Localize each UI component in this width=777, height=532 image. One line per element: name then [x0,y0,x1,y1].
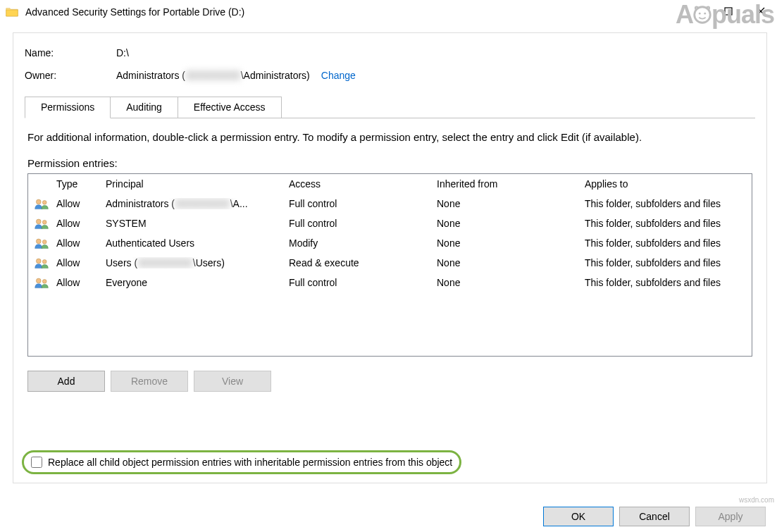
owner-row: Owner: Administrators (XXXXXXXX\Administ… [25,70,755,81]
replace-child-label: Replace all child object permission entr… [48,457,452,468]
svg-point-14 [36,278,41,283]
row-inherited: None [431,237,579,249]
change-owner-link[interactable]: Change [321,70,356,81]
owner-redacted: XXXXXXXX [185,70,241,81]
row-access: Modify [283,237,431,249]
svg-point-8 [36,219,41,224]
svg-rect-0 [725,8,732,15]
tab-effective-access[interactable]: Effective Access [178,97,282,118]
svg-point-11 [42,240,46,244]
svg-point-13 [42,259,46,264]
row-principal: Everyone [100,277,283,288]
add-button[interactable]: Add [27,371,105,392]
row-principal: Authenticated Users [100,237,283,249]
tab-strip: Permissions Auditing Effective Access [25,97,755,118]
dialog-content: Name: D:\ Owner: Administrators (XXXXXXX… [13,32,767,483]
row-icon-cell [28,217,51,230]
row-icon-cell [28,197,51,210]
svg-point-9 [42,220,46,224]
row-type: Allow [51,257,100,268]
remove-button[interactable]: Remove [111,371,188,392]
svg-point-7 [42,200,46,204]
column-inherited[interactable]: Inherited from [431,178,579,190]
svg-point-12 [36,259,41,264]
row-type: Allow [51,218,100,229]
name-row: Name: D:\ [25,47,755,58]
owner-label: Owner: [25,70,116,81]
table-row[interactable]: Allow Everyone Full control None This fo… [28,273,752,292]
users-icon [34,256,49,269]
row-access: Read & execute [283,257,431,268]
svg-point-6 [36,199,41,204]
maximize-icon [724,7,733,16]
table-row[interactable]: Allow Administrators (XXXXXXXX\A... Full… [28,194,752,214]
apply-button[interactable]: Apply [695,507,766,526]
row-icon-cell [28,237,51,249]
close-button[interactable] [745,0,777,23]
row-principal: Administrators (XXXXXXXX\A... [100,198,283,209]
view-button[interactable]: View [194,371,271,392]
info-text: For additional information, double-click… [27,131,752,143]
row-inherited: None [431,277,579,288]
row-type: Allow [51,198,100,209]
ok-button[interactable]: OK [543,507,614,526]
row-applies: This folder, subfolders and files [579,198,752,209]
replace-child-checkbox[interactable] [31,457,42,468]
users-icon [34,276,49,289]
cancel-button[interactable]: Cancel [619,507,690,526]
table-row[interactable]: Allow Users (XXXXXXXX\Users) Read & exec… [28,253,752,273]
dialog-footer: OK Cancel Apply [543,507,766,526]
window-title: Advanced Security Settings for Portable … [25,6,712,18]
maximize-button[interactable] [712,0,745,23]
titlebar: Advanced Security Settings for Portable … [0,0,777,24]
folder-icon [6,6,18,18]
action-row: Add Remove View [27,371,752,392]
close-icon [757,7,765,16]
row-type: Allow [51,277,100,288]
row-inherited: None [431,257,579,268]
users-icon [34,237,49,249]
row-inherited: None [431,198,579,209]
column-applies[interactable]: Applies to [579,178,752,190]
row-principal: SYSTEM [100,218,283,229]
users-icon [34,217,49,230]
row-principal: Users (XXXXXXXX\Users) [100,257,283,268]
attribution-text: wsxdn.com [739,496,774,504]
table-header: Type Principal Access Inherited from App… [28,174,752,194]
column-access[interactable]: Access [283,178,431,190]
svg-point-15 [42,279,46,283]
column-principal[interactable]: Principal [100,178,283,190]
tab-permissions[interactable]: Permissions [25,97,111,118]
row-access: Full control [283,198,431,209]
owner-value: Administrators (XXXXXXXX\Administrators)… [116,70,356,81]
name-label: Name: [25,47,116,58]
tab-auditing[interactable]: Auditing [111,97,178,118]
row-applies: This folder, subfolders and files [579,277,752,288]
row-applies: This folder, subfolders and files [579,218,752,229]
row-access: Full control [283,277,431,288]
row-icon-cell [28,256,51,269]
table-row[interactable]: Allow Authenticated Users Modify None Th… [28,233,752,253]
replace-child-checkbox-row[interactable]: Replace all child object permission entr… [22,450,461,474]
column-type[interactable]: Type [51,178,100,190]
tab-body: For additional information, double-click… [25,118,755,392]
row-access: Full control [283,218,431,229]
row-inherited: None [431,218,579,229]
permission-entries-label: Permission entries: [27,157,752,169]
svg-point-10 [36,239,41,244]
row-type: Allow [51,237,100,249]
row-icon-cell [28,276,51,289]
row-applies: This folder, subfolders and files [579,237,752,249]
row-applies: This folder, subfolders and files [579,257,752,268]
table-row[interactable]: Allow SYSTEM Full control None This fold… [28,214,752,233]
users-icon [34,197,49,210]
name-value: D:\ [116,47,129,58]
permission-table[interactable]: Type Principal Access Inherited from App… [27,173,752,357]
